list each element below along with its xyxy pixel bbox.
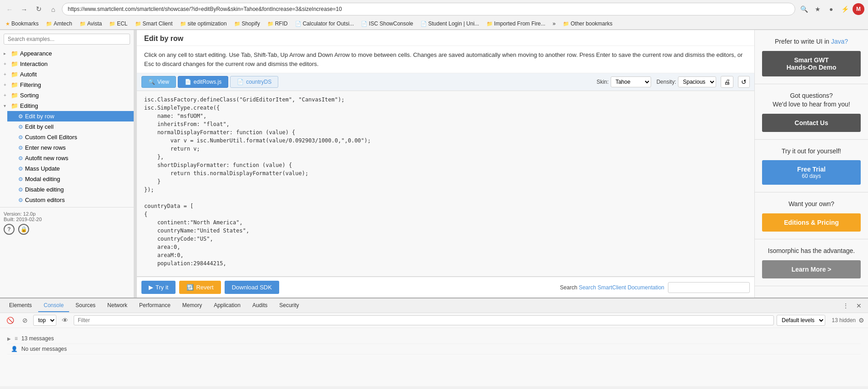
try-it-button[interactable]: ▶ Try it [141, 281, 176, 294]
free-trial-button[interactable]: Free Trial60 days [762, 160, 861, 185]
bookmark-avista[interactable]: 📁 Avista [78, 20, 104, 28]
bookmark-label: Smart Client [143, 20, 173, 27]
devtools-tab-application[interactable]: Application [208, 299, 246, 312]
home-button[interactable]: ⌂ [47, 3, 59, 15]
sidebar-item-enter-new-rows[interactable]: ⚙ Enter new rows [7, 142, 134, 153]
sidebar-item-filtering[interactable]: + 📁 Filtering [0, 80, 134, 90]
toolbar-icons: 🔍 ★ ● ⚡ M [798, 3, 864, 15]
bookmark-label: ECL [117, 20, 127, 27]
lock-button[interactable]: 🔒 [18, 224, 29, 235]
bookmark-calculator[interactable]: 📄 Calculator for Outsi... [293, 20, 356, 28]
sidebar-item-edit-by-row[interactable]: ⚙ Edit by row [7, 111, 134, 121]
bookmark-more[interactable]: » [551, 20, 557, 28]
devtools-tab-security[interactable]: Security [274, 299, 304, 312]
sidebar-item-mass-update[interactable]: ⚙ Mass Update [7, 163, 134, 174]
sidebar-item-custom-editors[interactable]: ⚙ Custom editors [7, 195, 134, 205]
sidebar-item-modal-editing[interactable]: ⚙ Modal editing [7, 174, 134, 184]
devtools-tab-audits[interactable]: Audits [247, 299, 273, 312]
bookmark-student[interactable]: 📄 Student Login | Uni... [419, 20, 481, 28]
bookmark-amtech[interactable]: 📁 Amtech [44, 20, 74, 28]
sidebar-item-label: Enter new rows [25, 144, 66, 151]
devtools-tab-memory[interactable]: Memory [177, 299, 207, 312]
bookmark-siteopt[interactable]: 📁 site optimization [178, 20, 229, 28]
code-area[interactable]: isc.ClassFactory.defineClass("GridEditor… [137, 91, 754, 277]
content-area: Edit by row Click on any cell to start e… [137, 30, 754, 298]
bookmark-label: site optimization [188, 20, 227, 27]
user-avatar[interactable]: M [853, 3, 864, 15]
bookmark-imported[interactable]: 📁 Imported From Fire... [485, 20, 547, 28]
reload-button[interactable]: ↻ [33, 3, 45, 15]
tab-editrows[interactable]: 📄 editRows.js [178, 76, 228, 88]
forward-button[interactable]: → [18, 3, 30, 15]
sidebar-item-disable-editing[interactable]: ⚙ Disable editing [7, 184, 134, 195]
editrows-tab-icon: 📄 [185, 79, 191, 85]
sidebar-item-sorting[interactable]: + 📁 Sorting [0, 90, 134, 101]
devtools-tab-sources[interactable]: Sources [70, 299, 101, 312]
devtools-clear-btn[interactable]: 🚫 [4, 316, 17, 325]
bookmark-star-btn[interactable]: ★ [812, 3, 823, 15]
skin-select[interactable]: Tahoe Graphite Enterprise Material [611, 76, 651, 87]
devtools-close-btn[interactable]: ✕ [853, 301, 864, 311]
sidebar-item-autofit[interactable]: + 📁 Autofit [0, 69, 134, 80]
bookmark-ecl[interactable]: 📁 ECL [107, 20, 129, 28]
extensions-btn[interactable]: ⚡ [839, 3, 851, 15]
density-select[interactable]: Spacious Compact Medium [678, 76, 716, 87]
sidebar-item-editing[interactable]: ▾ 📁 Editing [0, 101, 134, 111]
sidebar-item-interaction[interactable]: + 📁 Interaction [0, 59, 134, 69]
smart-gwt-button[interactable]: Smart GWTHands-On Demo [762, 51, 861, 76]
help-button[interactable]: ? [4, 224, 15, 235]
bookmark-isc[interactable]: 📄 ISC ShowConsole [359, 20, 415, 28]
search-doc: Search Search SmartClient Documentation [560, 284, 664, 291]
refresh-button[interactable]: ↺ [738, 76, 750, 88]
gear-icon: ⚙ [18, 134, 23, 141]
search-icon-btn[interactable]: 🔍 [798, 3, 810, 15]
hidden-count: 13 hidden [832, 317, 856, 323]
bookmark-rfid[interactable]: 📁 RFID [266, 20, 290, 28]
rfid-folder-icon: 📁 [267, 21, 274, 27]
address-bar[interactable] [62, 3, 795, 15]
settings-icon[interactable]: ⚙ [858, 317, 864, 324]
bookmarks-bar: ★ Bookmarks 📁 Amtech 📁 Avista 📁 ECL 📁 Sm… [0, 18, 868, 30]
bookmark-other[interactable]: 📁 Other bookmarks [561, 20, 614, 28]
sidebar-item-edit-by-cell[interactable]: ⚙ Edit by cell [7, 121, 134, 132]
right-panel: Prefer to write UI in Java? Smart GWTHan… [754, 30, 868, 298]
folder-icon: 📁 [11, 61, 18, 67]
level-select[interactable]: Default levels [777, 315, 825, 326]
devtools-eye-btn[interactable]: 👁 [59, 316, 71, 325]
devtools-filter-btn[interactable]: ⊘ [20, 316, 30, 325]
devtools-tab-elements[interactable]: Elements [4, 299, 37, 312]
download-sdk-button[interactable]: Download SDK [225, 281, 279, 294]
back-button[interactable]: ← [4, 3, 15, 15]
bookmark-label: RFID [275, 20, 288, 27]
bookmark-bookmarks[interactable]: ★ Bookmarks [4, 20, 40, 28]
contact-us-button[interactable]: Contact Us [762, 114, 861, 132]
profile-btn[interactable]: ● [825, 3, 837, 15]
expand-icon: ▾ [4, 103, 9, 108]
sidebar-item-custom-cell-editors[interactable]: ⚙ Custom Cell Editors [7, 132, 134, 142]
revert-button[interactable]: 🔃 Revert [179, 281, 221, 294]
density-label: Density: [657, 79, 676, 85]
print-button[interactable]: 🖨 [721, 76, 733, 88]
search-doc-link[interactable]: Search SmartClient Documentation [579, 284, 664, 291]
devtools-more-btn[interactable]: ⋮ [840, 301, 852, 311]
devtools-tab-network[interactable]: Network [102, 299, 133, 312]
bookmark-smartclient[interactable]: 📁 Smart Client [133, 20, 175, 28]
search-doc-input[interactable] [668, 282, 750, 293]
expand-icon: + [4, 72, 9, 77]
console-filter-input[interactable] [74, 315, 774, 325]
devtools-main: ▶ ≡ 13 messages 👤 No user messages [0, 328, 868, 386]
expand-icon[interactable]: ▶ [7, 336, 11, 341]
gear-icon: ⚙ [18, 197, 23, 203]
tab-view[interactable]: 🔍 View [141, 76, 176, 88]
editions-pricing-button[interactable]: Editions & Pricing [762, 213, 861, 232]
right-panel-contact: Got questions?We'd love to hear from you… [755, 84, 868, 140]
devtools-tab-console[interactable]: Console [38, 299, 69, 312]
bookmark-shopify[interactable]: 📁 Shopify [232, 20, 262, 28]
learn-more-button[interactable]: Learn More > [762, 260, 861, 278]
tab-countryds[interactable]: 📄 countryDS [230, 76, 278, 88]
sidebar-item-appearance[interactable]: ▸ 📁 Appearance [0, 48, 134, 59]
sidebar-item-autofit-new-rows[interactable]: ⚙ Autofit new rows [7, 153, 134, 163]
devtools-tab-performance[interactable]: Performance [134, 299, 176, 312]
context-select[interactable]: top [33, 315, 56, 326]
search-input[interactable] [4, 34, 130, 45]
